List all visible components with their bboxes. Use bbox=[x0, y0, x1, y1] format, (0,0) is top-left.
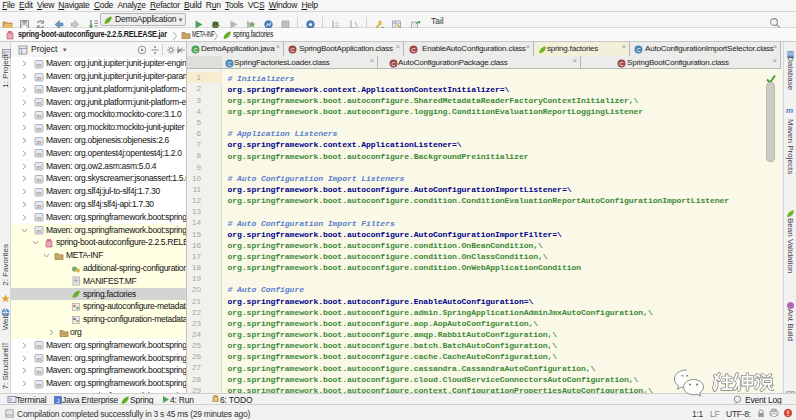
svg-text:m: m bbox=[37, 87, 42, 93]
svg-text:C: C bbox=[620, 61, 624, 67]
svg-text:C: C bbox=[637, 47, 641, 53]
svg-text:C: C bbox=[392, 61, 396, 67]
svg-text:C: C bbox=[228, 61, 232, 67]
svg-text:m: m bbox=[37, 215, 42, 221]
svg-text:m: m bbox=[37, 202, 42, 208]
svg-text:m: m bbox=[37, 100, 42, 106]
svg-text:C: C bbox=[291, 47, 295, 53]
svg-text:C: C bbox=[412, 47, 416, 53]
svg-text:m: m bbox=[37, 381, 42, 387]
svg-text:m: m bbox=[37, 343, 42, 349]
svg-text:m: m bbox=[37, 228, 42, 234]
svg-text:m: m bbox=[37, 164, 42, 170]
svg-text:m: m bbox=[37, 125, 42, 131]
svg-text:m: m bbox=[37, 112, 42, 118]
svg-text:C: C bbox=[194, 47, 198, 53]
svg-text:m: m bbox=[37, 74, 42, 80]
svg-text:m: m bbox=[37, 189, 42, 195]
svg-text:m: m bbox=[37, 356, 42, 362]
svg-text:m: m bbox=[37, 368, 42, 374]
svg-text:m: m bbox=[37, 61, 42, 67]
svg-text:m: m bbox=[37, 176, 42, 182]
svg-text:J: J bbox=[57, 397, 60, 403]
svg-text:m: m bbox=[37, 151, 42, 157]
svg-text:m: m bbox=[37, 138, 42, 144]
